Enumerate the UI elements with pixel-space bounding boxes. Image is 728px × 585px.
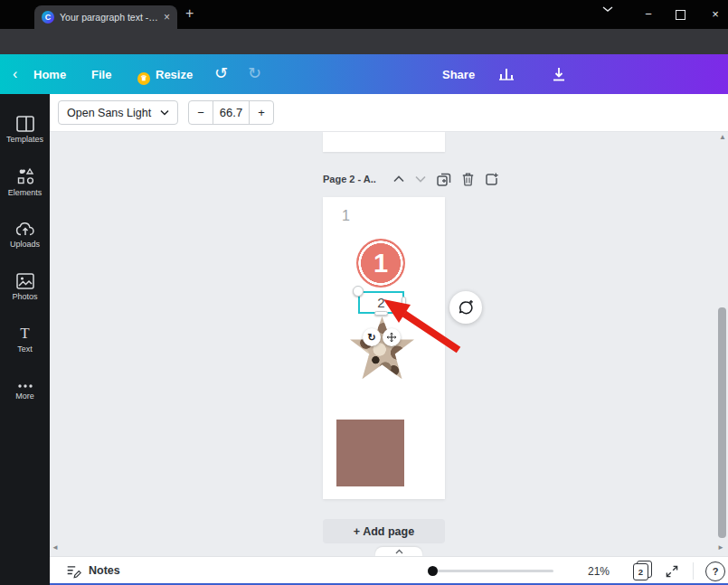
tab-close-icon[interactable]: × — [164, 11, 170, 24]
page-text-1[interactable]: 1 — [342, 208, 350, 224]
photos-icon — [16, 273, 34, 289]
delete-page-icon[interactable] — [462, 173, 474, 186]
templates-icon — [16, 116, 34, 132]
font-size-value[interactable]: 66.7 — [213, 101, 250, 124]
sidebar-item-more[interactable]: More — [0, 369, 50, 414]
status-bar: Notes 21% 2 ? — [50, 556, 728, 585]
share-button[interactable]: Share — [442, 68, 475, 81]
collapse-panel-tab[interactable] — [375, 547, 422, 556]
left-sidebar: Templates Elements Uploads Photos T Text… — [0, 94, 50, 585]
vertical-scrollbar[interactable] — [718, 307, 726, 538]
browser-urlbar: ← → ↻ canva.com/design/DAE32CRaX2A/N7QCB… — [0, 29, 728, 54]
selection-side-handle[interactable] — [402, 297, 406, 309]
brown-square-element[interactable] — [336, 420, 404, 486]
page-count-button[interactable]: 2 — [633, 563, 648, 580]
window-maximize-button[interactable] — [676, 10, 685, 20]
canva-header: ‹ Home File ♛Resize ↺ ↻ ♛ Try Canva Pro … — [0, 54, 728, 94]
elements-icon — [16, 167, 34, 185]
file-menu-button[interactable]: File — [91, 68, 111, 81]
download-icon[interactable] — [550, 66, 568, 82]
design-canvas[interactable]: Page 2 - A.. 1 1 2 ↻ + Add page — [50, 132, 728, 556]
move-page-up-icon[interactable] — [393, 175, 404, 183]
new-tab-button[interactable]: + — [185, 5, 194, 22]
editor-toolbar: Open Sans Light − 66.7 + A B I Effects •… — [50, 94, 728, 132]
home-button[interactable]: Home — [33, 68, 66, 81]
back-chevron-icon[interactable]: ‹ — [13, 66, 17, 82]
move-page-down-icon[interactable] — [415, 175, 426, 183]
browser-tab[interactable]: C Your paragraph text - Infographi × — [34, 5, 177, 29]
chart-icon[interactable] — [497, 66, 515, 82]
scroll-up-icon[interactable]: ▲ — [719, 134, 726, 141]
window-close-button[interactable]: × — [707, 7, 723, 21]
add-page-icon[interactable] — [485, 173, 498, 186]
page-1-bottom[interactable] — [323, 132, 445, 152]
comment-bubble-icon — [458, 299, 475, 316]
page-label[interactable]: Page 2 - A.. — [323, 174, 383, 184]
star-photo-element[interactable] — [350, 316, 414, 382]
zoom-slider-knob[interactable] — [428, 566, 438, 576]
sidebar-item-uploads[interactable]: Uploads — [0, 212, 50, 257]
more-dots-icon — [17, 383, 33, 389]
browser-titlebar: C Your paragraph text - Infographi × + −… — [0, 0, 728, 29]
font-size-stepper: − 66.7 + — [188, 100, 274, 125]
font-size-decrease-button[interactable]: − — [189, 101, 213, 124]
window-menu-icon[interactable] — [602, 5, 619, 13]
sidebar-item-text[interactable]: T Text — [0, 316, 50, 362]
chevron-down-icon — [160, 109, 169, 116]
resize-button[interactable]: ♛Resize — [137, 68, 193, 85]
duplicate-page-icon[interactable] — [437, 173, 451, 186]
sidebar-item-templates[interactable]: Templates — [0, 107, 50, 152]
zoom-slider-track[interactable] — [432, 570, 553, 572]
move-handle[interactable] — [383, 328, 401, 346]
scroll-right-icon[interactable]: ► — [717, 544, 724, 552]
font-size-increase-button[interactable]: + — [250, 101, 273, 124]
help-button[interactable]: ? — [705, 561, 725, 581]
canva-favicon: C — [42, 11, 54, 24]
fullscreen-icon[interactable] — [665, 564, 679, 579]
sidebar-item-elements[interactable]: Elements — [0, 159, 50, 204]
upload-cloud-icon — [15, 221, 35, 237]
number-badge[interactable]: 1 — [356, 239, 405, 288]
notes-icon — [66, 564, 81, 579]
page-2[interactable]: 1 1 2 ↻ — [323, 197, 445, 499]
scroll-left-icon[interactable]: ◄ — [52, 544, 59, 552]
text-icon: T — [20, 326, 29, 342]
page-2-controls: Page 2 - A.. — [323, 172, 498, 186]
font-family-select[interactable]: Open Sans Light — [58, 100, 178, 125]
move-icon — [386, 332, 397, 343]
sidebar-item-photos[interactable]: Photos — [0, 264, 50, 309]
add-page-button[interactable]: + Add page — [323, 519, 445, 543]
selection-corner-handle[interactable] — [353, 286, 364, 297]
redo-icon[interactable]: ↻ — [248, 65, 261, 81]
zoom-level[interactable]: 21% — [579, 565, 610, 578]
notes-button[interactable]: Notes — [89, 564, 120, 577]
tab-title: Your paragraph text - Infographi — [60, 12, 158, 23]
rotate-handle[interactable]: ↻ — [363, 328, 381, 346]
crown-icon: ♛ — [137, 72, 150, 85]
rotate-icon: ↻ — [367, 332, 375, 344]
selection-bottom-handle[interactable] — [374, 311, 388, 316]
add-comment-button[interactable] — [449, 291, 482, 324]
undo-icon[interactable]: ↺ — [214, 65, 228, 81]
window-minimize-button[interactable]: − — [640, 7, 657, 21]
